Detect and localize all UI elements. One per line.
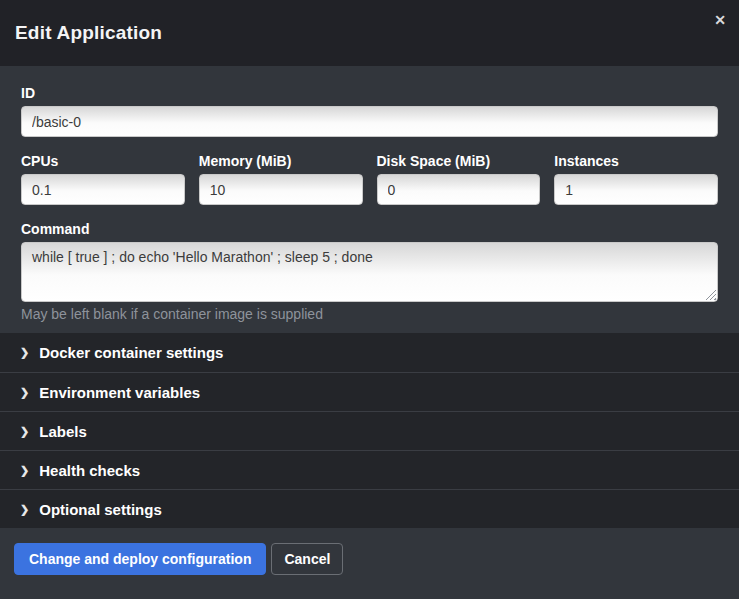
section-label: Docker container settings: [39, 344, 223, 361]
collapsible-sections: ❯ Docker container settings ❯ Environmen…: [0, 333, 739, 528]
modal-title: Edit Application: [15, 22, 162, 44]
chevron-right-icon: ❯: [20, 426, 29, 437]
instances-field-group: Instances: [554, 154, 718, 205]
section-health-checks[interactable]: ❯ Health checks: [0, 450, 739, 489]
section-optional-settings[interactable]: ❯ Optional settings: [0, 489, 739, 528]
cpus-input[interactable]: [21, 174, 185, 205]
id-label: ID: [21, 86, 718, 100]
command-textarea-wrap: while [ true ] ; do echo 'Hello Marathon…: [21, 242, 718, 302]
disk-label: Disk Space (MiB): [377, 154, 541, 168]
command-textarea[interactable]: while [ true ] ; do echo 'Hello Marathon…: [21, 242, 718, 302]
chevron-right-icon: ❯: [20, 504, 29, 515]
command-field-group: Command while [ true ] ; do echo 'Hello …: [21, 222, 718, 321]
section-labels[interactable]: ❯ Labels: [0, 411, 739, 450]
command-help-text: May be left blank if a container image i…: [21, 307, 718, 321]
cpus-label: CPUs: [21, 154, 185, 168]
instances-input[interactable]: [554, 174, 718, 205]
memory-label: Memory (MiB): [199, 154, 363, 168]
command-label: Command: [21, 222, 718, 236]
cpus-field-group: CPUs: [21, 154, 185, 205]
chevron-right-icon: ❯: [20, 387, 29, 398]
cancel-button[interactable]: Cancel: [271, 543, 343, 575]
section-docker-container-settings[interactable]: ❯ Docker container settings: [0, 333, 739, 372]
modal-header: Edit Application ✕: [0, 0, 739, 66]
close-icon[interactable]: ✕: [714, 13, 726, 27]
instances-label: Instances: [554, 154, 718, 168]
form-area: ID CPUs Memory (MiB) Disk Space (MiB) In…: [0, 66, 739, 333]
chevron-right-icon: ❯: [20, 465, 29, 476]
section-label: Optional settings: [39, 501, 162, 518]
change-and-deploy-button[interactable]: Change and deploy configuration: [14, 543, 266, 575]
id-input[interactable]: [21, 106, 718, 137]
chevron-right-icon: ❯: [20, 347, 29, 358]
disk-field-group: Disk Space (MiB): [377, 154, 541, 205]
resources-row: CPUs Memory (MiB) Disk Space (MiB) Insta…: [21, 154, 718, 205]
memory-input[interactable]: [199, 174, 363, 205]
disk-input[interactable]: [377, 174, 541, 205]
section-label: Health checks: [39, 462, 140, 479]
modal-footer: Change and deploy configuration Cancel: [0, 528, 739, 599]
section-label: Labels: [39, 423, 87, 440]
section-label: Environment variables: [39, 384, 200, 401]
edit-application-modal: Edit Application ✕ ID CPUs Memory (MiB) …: [0, 0, 739, 599]
memory-field-group: Memory (MiB): [199, 154, 363, 205]
id-field-group: ID: [21, 86, 718, 137]
section-environment-variables[interactable]: ❯ Environment variables: [0, 372, 739, 411]
